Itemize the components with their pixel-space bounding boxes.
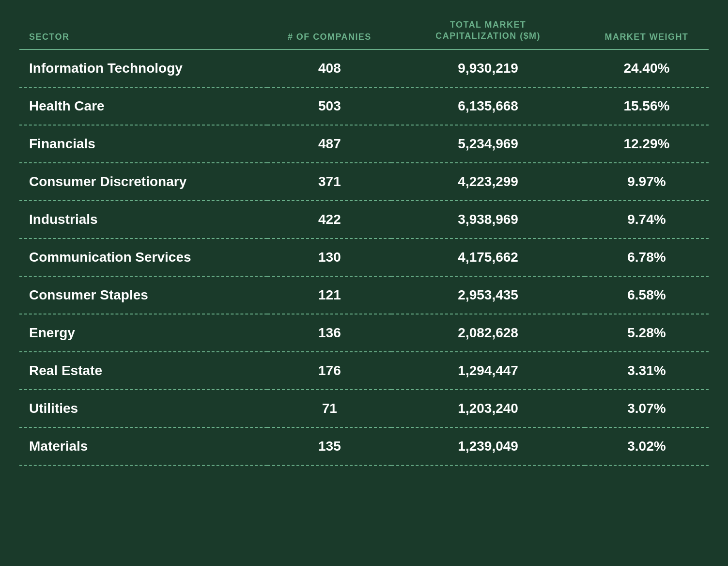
table-row: Energy1362,082,6285.28%: [19, 314, 709, 352]
header-market-cap-line2: CAPITALIZATION ($M): [435, 31, 541, 41]
market-cap-cell: 2,082,628: [391, 314, 584, 352]
table-body: Information Technology4089,930,21924.40%…: [19, 49, 709, 465]
header-companies: # OF COMPANIES: [267, 15, 391, 49]
market-cap-cell: 2,953,435: [391, 276, 584, 314]
weight-cell: 12.29%: [585, 125, 709, 163]
weight-cell: 3.07%: [585, 390, 709, 427]
sector-cell: Utilities: [19, 390, 267, 427]
companies-cell: 503: [267, 87, 391, 125]
sector-cell: Communication Services: [19, 238, 267, 276]
sector-cell: Financials: [19, 125, 267, 163]
market-cap-cell: 3,938,969: [391, 201, 584, 238]
weight-cell: 24.40%: [585, 49, 709, 87]
sector-cell: Industrials: [19, 201, 267, 238]
market-cap-cell: 9,930,219: [391, 49, 584, 87]
sector-cell: Information Technology: [19, 49, 267, 87]
companies-cell: 176: [267, 352, 391, 390]
companies-cell: 135: [267, 427, 391, 465]
header-sector: SECTOR: [19, 15, 267, 49]
market-cap-cell: 1,203,240: [391, 390, 584, 427]
table-container: SECTOR # OF COMPANIES TOTAL MARKET CAPIT…: [10, 10, 718, 475]
weight-cell: 15.56%: [585, 87, 709, 125]
table-row: Consumer Staples1212,953,4356.58%: [19, 276, 709, 314]
table-row: Consumer Discretionary3714,223,2999.97%: [19, 163, 709, 201]
header-market-cap: TOTAL MARKET CAPITALIZATION ($M): [391, 15, 584, 49]
table-row: Health Care5036,135,66815.56%: [19, 87, 709, 125]
header-market-cap-line1: TOTAL MARKET: [450, 20, 526, 30]
companies-cell: 487: [267, 125, 391, 163]
market-cap-cell: 5,234,969: [391, 125, 584, 163]
table-row: Information Technology4089,930,21924.40%: [19, 49, 709, 87]
companies-cell: 371: [267, 163, 391, 201]
weight-cell: 9.97%: [585, 163, 709, 201]
sector-cell: Consumer Staples: [19, 276, 267, 314]
companies-cell: 130: [267, 238, 391, 276]
companies-cell: 71: [267, 390, 391, 427]
weight-cell: 3.02%: [585, 427, 709, 465]
market-cap-cell: 4,223,299: [391, 163, 584, 201]
market-cap-cell: 1,239,049: [391, 427, 584, 465]
table-row: Industrials4223,938,9699.74%: [19, 201, 709, 238]
sector-cell: Materials: [19, 427, 267, 465]
market-cap-cell: 4,175,662: [391, 238, 584, 276]
header-weight: MARKET WEIGHT: [585, 15, 709, 49]
sector-table: SECTOR # OF COMPANIES TOTAL MARKET CAPIT…: [19, 15, 709, 466]
table-row: Communication Services1304,175,6626.78%: [19, 238, 709, 276]
table-row: Utilities711,203,2403.07%: [19, 390, 709, 427]
sector-cell: Health Care: [19, 87, 267, 125]
weight-cell: 9.74%: [585, 201, 709, 238]
table-row: Financials4875,234,96912.29%: [19, 125, 709, 163]
table-row: Materials1351,239,0493.02%: [19, 427, 709, 465]
sector-cell: Real Estate: [19, 352, 267, 390]
weight-cell: 3.31%: [585, 352, 709, 390]
market-cap-cell: 6,135,668: [391, 87, 584, 125]
companies-cell: 422: [267, 201, 391, 238]
weight-cell: 6.78%: [585, 238, 709, 276]
companies-cell: 121: [267, 276, 391, 314]
weight-cell: 5.28%: [585, 314, 709, 352]
sector-cell: Energy: [19, 314, 267, 352]
companies-cell: 136: [267, 314, 391, 352]
table-header-row: SECTOR # OF COMPANIES TOTAL MARKET CAPIT…: [19, 15, 709, 49]
market-cap-cell: 1,294,447: [391, 352, 584, 390]
sector-cell: Consumer Discretionary: [19, 163, 267, 201]
companies-cell: 408: [267, 49, 391, 87]
weight-cell: 6.58%: [585, 276, 709, 314]
table-row: Real Estate1761,294,4473.31%: [19, 352, 709, 390]
